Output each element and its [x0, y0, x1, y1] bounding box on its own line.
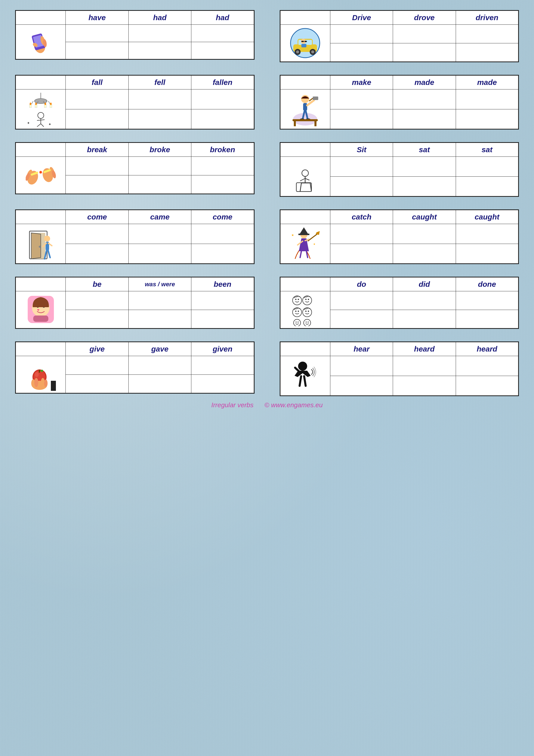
th-break-col3: broken	[191, 143, 254, 157]
cell-break-r1c3	[128, 157, 191, 176]
svg-point-110	[308, 322, 309, 323]
cell-catch-r1c4	[456, 224, 519, 244]
cell-come-r1c4	[191, 224, 254, 244]
cell-fall-r2c4	[191, 109, 254, 129]
cell-hear-r1c2	[330, 356, 393, 376]
th-sit-col2: sat	[393, 143, 456, 157]
th-break-col2: broke	[128, 143, 191, 157]
svg-point-32	[38, 112, 44, 119]
svg-rect-16	[301, 41, 304, 42]
svg-rect-41	[303, 103, 307, 111]
th-sit-col3: sat	[456, 143, 519, 157]
th-fall-col1: fall	[66, 75, 128, 90]
svg-text:✦: ✦	[48, 122, 51, 126]
table-do: do did done	[280, 277, 519, 329]
cell-sit-r1c2	[330, 157, 393, 176]
svg-rect-43	[313, 96, 318, 100]
cell-have-r2c3	[128, 42, 191, 60]
cell-sit-r1c4	[456, 157, 519, 176]
svg-point-121	[298, 362, 307, 371]
svg-point-95	[298, 299, 299, 300]
svg-rect-114	[39, 370, 40, 373]
cell-make-r2c3	[393, 109, 456, 129]
svg-point-106	[295, 322, 296, 323]
th-come-col2: came	[128, 210, 191, 224]
cell-give-r2c3	[128, 375, 191, 393]
svg-line-65	[300, 183, 301, 192]
footer-text1: Irregular verbs	[211, 401, 254, 409]
th-be-img	[15, 277, 66, 291]
cell-do-r2c2	[330, 310, 393, 329]
cell-be-r1c4	[191, 291, 254, 310]
tables-grid: have had had	[15, 10, 519, 396]
svg-rect-11	[301, 44, 306, 47]
svg-rect-51	[315, 121, 317, 126]
svg-line-76	[48, 251, 50, 257]
cell-come-r2c2	[66, 244, 128, 264]
svg-point-119	[44, 380, 48, 387]
th-sit-col1: Sit	[330, 143, 393, 157]
svg-point-109	[306, 322, 307, 323]
th-fall-col2: fell	[128, 75, 191, 90]
cell-drive-r1c3	[393, 25, 456, 43]
svg-point-30	[44, 102, 46, 105]
th-make-col3: made	[456, 75, 519, 90]
cell-be-r2c2	[66, 310, 128, 329]
cell-sit-r2c2	[330, 176, 393, 197]
cell-drive-r1c2	[330, 25, 393, 43]
svg-point-113	[35, 372, 39, 377]
th-do-col2: did	[393, 277, 456, 291]
table-give: give gave given	[15, 341, 255, 396]
svg-point-103	[305, 311, 307, 312]
cell-be-r1c2	[66, 291, 128, 310]
th-drive-col2: drove	[393, 11, 456, 25]
cell-come-r2c3	[128, 244, 191, 264]
table-sit: Sit sat sat	[280, 142, 519, 197]
svg-line-123	[300, 376, 301, 386]
th-drive-img	[280, 11, 330, 25]
cell-make-r2c4	[456, 109, 519, 129]
img-make	[280, 90, 330, 129]
svg-point-63	[302, 170, 308, 176]
table-fall: fall fell fallen	[15, 75, 255, 129]
svg-line-69	[305, 178, 309, 180]
svg-point-101	[298, 311, 299, 312]
img-be	[15, 291, 66, 329]
th-do-col1: do	[330, 277, 393, 291]
th-sit-img	[280, 143, 330, 157]
th-make-img	[280, 75, 330, 90]
table-catch: catch caught caught	[280, 209, 519, 264]
cell-be-r2c4	[191, 310, 254, 329]
cell-hear-r1c4	[456, 356, 519, 376]
cell-have-r1c3	[128, 25, 191, 42]
table-hear: hear heard heard	[280, 341, 519, 396]
svg-point-108	[304, 319, 311, 326]
th-come-img	[15, 210, 66, 224]
img-hear	[280, 356, 330, 396]
cell-catch-r2c4	[456, 244, 519, 264]
cell-be-r2c3	[128, 310, 191, 329]
th-break-col1: break	[66, 143, 128, 157]
table-have: have had had	[15, 10, 255, 62]
th-fall-img	[15, 75, 66, 90]
th-give-col1: give	[66, 342, 128, 356]
th-catch-col1: catch	[330, 210, 393, 224]
cell-catch-r1c2	[330, 224, 393, 244]
cell-come-r1c3	[128, 224, 191, 244]
th-break-img	[15, 143, 66, 157]
svg-point-107	[297, 322, 299, 323]
th-fall-col3: fallen	[191, 75, 254, 90]
cell-do-r1c4	[456, 291, 519, 310]
svg-line-84	[300, 251, 301, 257]
cell-break-r1c4	[191, 157, 254, 176]
svg-text:★: ★	[313, 243, 316, 245]
th-drive-col1: Drive	[330, 11, 393, 25]
img-phone	[15, 25, 66, 60]
th-hear-img	[280, 342, 330, 356]
svg-point-117	[34, 378, 38, 387]
th-do-col3: done	[456, 277, 519, 291]
cell-have-r2c2	[66, 42, 128, 60]
cell-break-r2c2	[66, 176, 128, 194]
th-hear-col1: hear	[330, 342, 393, 356]
cell-come-r1c2	[66, 224, 128, 244]
